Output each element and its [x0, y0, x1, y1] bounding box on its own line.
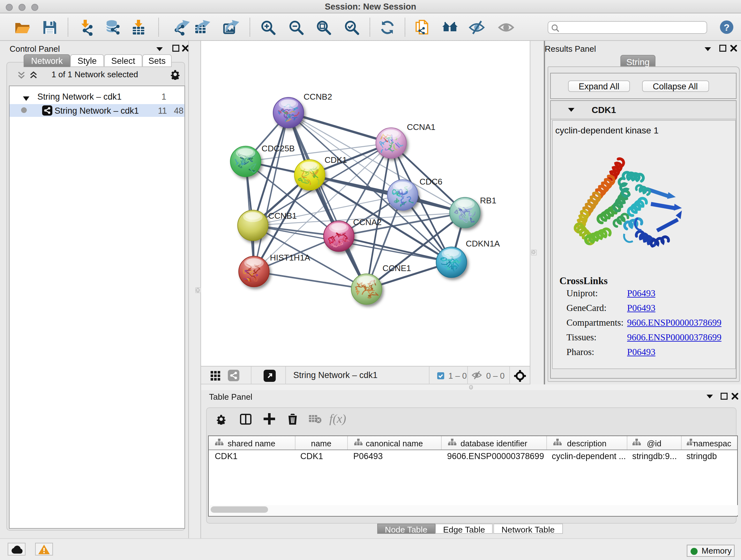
svg-text:CDKN1A: CDKN1A [465, 239, 499, 248]
svg-text:CCNA1: CCNA1 [407, 122, 435, 132]
svg-text:CCNE1: CCNE1 [382, 263, 411, 273]
svg-text:HIST1H1A: HIST1H1A [270, 253, 310, 262]
svg-text:CCNA2: CCNA2 [353, 217, 381, 227]
svg-text:CDC25B: CDC25B [261, 143, 294, 153]
svg-text:CCNB2: CCNB2 [303, 91, 332, 101]
svg-text:CDK1: CDK1 [324, 155, 347, 165]
svg-text:RB1: RB1 [480, 195, 496, 205]
svg-text:CDC6: CDC6 [419, 177, 442, 186]
svg-text:CCNB1: CCNB1 [268, 211, 296, 220]
